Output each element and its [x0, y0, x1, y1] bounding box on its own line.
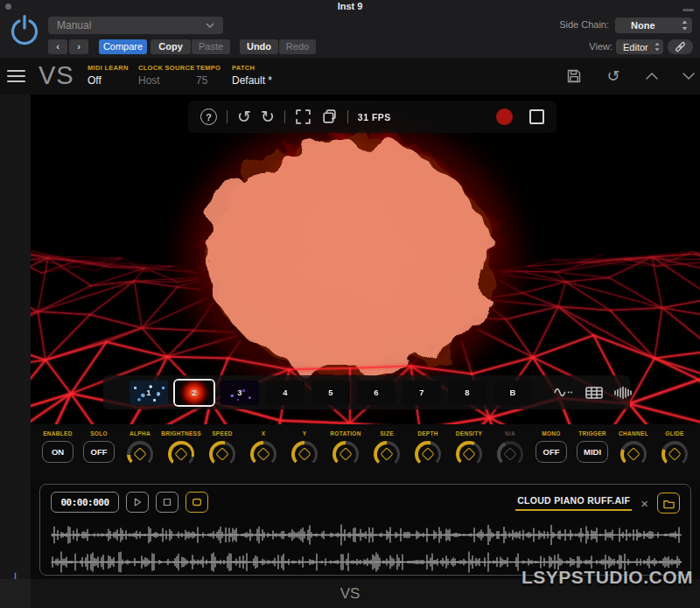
copy-icon: [321, 108, 338, 125]
record-button[interactable]: [496, 108, 513, 125]
size-knob[interactable]: [374, 441, 400, 467]
close-icon[interactable]: ×: [640, 497, 648, 510]
enabled-toggle[interactable]: ON: [42, 441, 74, 463]
compare-button[interactable]: Compare: [99, 39, 147, 54]
plugin-window: Inst 9 Manual Side Chain: None ‹ › Compa…: [0, 0, 700, 608]
tempo-field[interactable]: TEMPO 75: [196, 64, 220, 87]
undo-icon: ↺: [237, 108, 251, 125]
stop-button[interactable]: [156, 492, 178, 513]
minimize-dash[interactable]: [682, 9, 694, 11]
spectrum-mode-button[interactable]: [613, 386, 633, 400]
glide-knob[interactable]: [662, 441, 688, 467]
slot-bar: 1 2 3 4 5 6 7 8 B: [103, 375, 630, 409]
redo-button[interactable]: Redo: [279, 39, 316, 54]
fullscreen-button[interactable]: [295, 108, 312, 125]
mono-toggle[interactable]: OFF: [536, 441, 567, 463]
param-glide: GLIDE: [654, 430, 695, 467]
param-rotation: ROTATION: [326, 430, 366, 467]
menu-button[interactable]: [7, 70, 25, 82]
chevron-down-icon: [682, 72, 696, 80]
slot-8[interactable]: 8: [448, 381, 486, 405]
watermark: LSYPSTUDIO.COM: [522, 567, 693, 588]
param-speed: SPEED: [202, 430, 242, 467]
3d-viewport[interactable]: ? ↺ ↻ 31 FPS: [31, 94, 700, 424]
divider: [347, 110, 348, 123]
slot-4[interactable]: 4: [266, 381, 304, 405]
copy-button[interactable]: Copy: [150, 39, 191, 54]
grid-icon: [585, 386, 603, 400]
density-knob[interactable]: [456, 441, 482, 467]
slot-2[interactable]: 2: [175, 381, 214, 405]
slot-3[interactable]: 3: [220, 381, 259, 405]
help-icon: ?: [206, 112, 212, 122]
view-label: View:: [584, 41, 612, 52]
viewport-redo-button[interactable]: ↻: [261, 108, 275, 125]
solo-toggle[interactable]: OFF: [83, 441, 115, 463]
plugin-logo: VS: [38, 61, 74, 90]
fullscreen-icon: [295, 108, 312, 125]
x-knob[interactable]: [250, 441, 276, 467]
next-patch-button[interactable]: [679, 67, 698, 85]
viewport-undo-button[interactable]: ↺: [237, 108, 251, 125]
stop-capture-button[interactable]: [529, 109, 544, 124]
side-chain-dropdown[interactable]: None: [615, 17, 692, 33]
y-knob[interactable]: [291, 441, 318, 467]
param-na: N/A: [490, 430, 530, 467]
slot-b[interactable]: B: [494, 381, 532, 405]
param-mono: MONO OFF: [531, 430, 571, 463]
channel-knob[interactable]: [620, 441, 647, 467]
preset-dropdown-value: Manual: [57, 17, 91, 34]
slot-5[interactable]: 5: [312, 381, 350, 405]
loop-button[interactable]: [186, 492, 208, 513]
stepper-arrows-icon: [682, 20, 688, 31]
transport-controls: 00:00:000: [51, 492, 208, 513]
trigger-mode-button[interactable]: MIDI: [577, 441, 608, 463]
depth-knob[interactable]: [415, 441, 441, 467]
slot-6[interactable]: 6: [357, 381, 396, 405]
view-dropdown[interactable]: Editor: [616, 39, 663, 54]
preset-dropdown[interactable]: Manual: [48, 17, 223, 34]
brightness-knob[interactable]: [168, 441, 194, 467]
stop-icon: [161, 496, 173, 508]
oscillator-mode-button[interactable]: [553, 385, 575, 400]
stepper-arrows-icon: [654, 42, 660, 52]
snapshot-copy-button[interactable]: [321, 108, 338, 125]
na-knob: [497, 441, 523, 467]
alpha-knob[interactable]: [127, 441, 153, 467]
fireball: [184, 120, 516, 396]
patch-field[interactable]: PATCH Default *: [232, 64, 272, 87]
view-value: Editor: [623, 42, 648, 52]
play-button[interactable]: [126, 492, 149, 513]
slot-7[interactable]: 7: [402, 381, 441, 405]
prev-patch-button[interactable]: [642, 67, 662, 85]
next-preset-button[interactable]: ›: [69, 39, 88, 54]
save-patch-button[interactable]: [564, 67, 584, 85]
help-button[interactable]: ?: [200, 108, 217, 125]
daw-toolbar-row: ‹ › Compare Copy Paste Undo Redo View: E…: [0, 39, 700, 55]
side-chain-label: Side Chain:: [536, 19, 609, 30]
rotation-knob[interactable]: [332, 441, 359, 467]
param-size: SIZE: [367, 430, 407, 467]
undo-button[interactable]: Undo: [240, 39, 278, 54]
midi-learn-field[interactable]: MIDI LEARN Off: [88, 64, 129, 87]
param-channel: CHANNEL: [613, 430, 654, 467]
speed-knob[interactable]: [209, 441, 235, 467]
folder-icon: [662, 498, 676, 509]
redo-icon: ↻: [261, 108, 275, 125]
waveform-left-channel: [51, 523, 682, 547]
link-button[interactable]: [668, 39, 693, 54]
divider: [227, 110, 228, 123]
prev-preset-button[interactable]: ‹: [48, 39, 67, 54]
slot-1[interactable]: 1: [130, 381, 168, 405]
open-file-button[interactable]: [657, 493, 680, 514]
chevron-down-icon: [206, 23, 214, 28]
sample-file-name: CLOUD PIANO RUFF.AIF: [515, 495, 632, 511]
refresh-icon: ↺: [606, 68, 620, 84]
parameter-row: ENABLED ON SOLO OFF ALPHA BRIGHTNESS SPE…: [31, 424, 700, 481]
daw-header: Inst 9 Manual Side Chain: None ‹ › Compa…: [0, 0, 700, 58]
revert-patch-button[interactable]: ↺: [604, 67, 623, 85]
paste-button[interactable]: Paste: [192, 39, 230, 54]
clock-source-field[interactable]: CLOCK SOURCE Host: [138, 64, 194, 87]
side-chain-value: None: [631, 20, 655, 31]
grid-mode-button[interactable]: [585, 386, 603, 400]
